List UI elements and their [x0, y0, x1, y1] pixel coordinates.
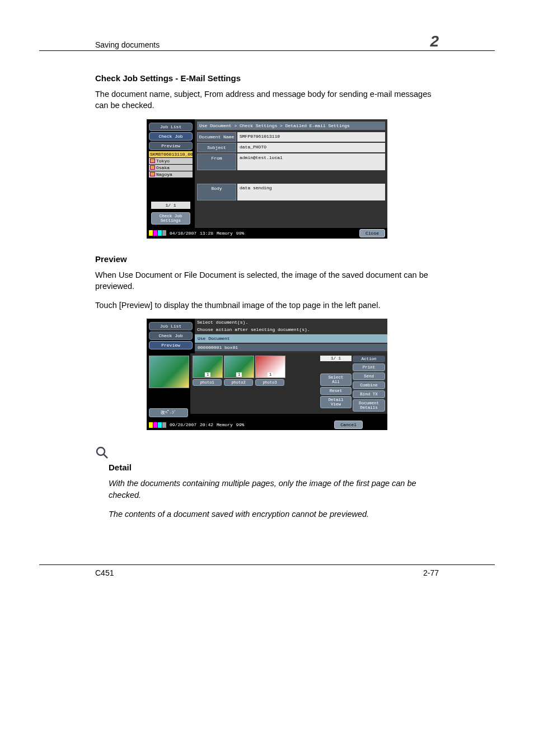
thumb-label: photo3 — [255, 379, 284, 386]
thumb-pager: 1/ 1 — [320, 356, 352, 361]
footer-mem-value: 99% — [236, 231, 244, 236]
para-email: The document name, subject, From address… — [95, 88, 439, 111]
value-docname: SMFP07061013110 — [237, 132, 385, 142]
magnifier-icon — [95, 446, 439, 461]
footer-time: 13:28 — [200, 231, 213, 236]
footer-mem-value: 99% — [236, 422, 244, 427]
folder-icon — [150, 165, 155, 170]
label-body: Body — [197, 184, 236, 200]
thumb-label: photo2 — [224, 379, 253, 386]
label-docname: Document Name — [197, 132, 236, 142]
preview-thumbnail — [149, 356, 189, 388]
dest-item[interactable]: Nagoya — [149, 171, 193, 178]
dest-item-selected[interactable]: SKMBT06013110_0001 — [149, 151, 193, 157]
doc-thumb[interactable]: 1 photo2 — [224, 356, 253, 386]
value-from: admin@test.local — [237, 153, 385, 170]
action-header: Action — [353, 356, 385, 362]
running-head: Saving documents — [95, 40, 160, 49]
label-from: From — [197, 153, 236, 170]
close-button[interactable]: Close — [359, 229, 385, 237]
screenshot-preview: Job List Check Job Preview Select docume… — [147, 319, 387, 430]
select-all-button[interactable]: Select All — [320, 374, 352, 386]
dest-item[interactable]: Tokyo — [149, 158, 193, 164]
pager: 1/ 1 — [151, 202, 190, 209]
bind-tx-button[interactable]: Bind TX — [353, 390, 385, 398]
breadcrumb: Use Document > Check Settings > Detailed… — [197, 122, 385, 130]
svg-point-0 — [97, 447, 105, 455]
instruction-line-2: Choose action after selecting document(s… — [195, 326, 387, 333]
para-preview-2: Touch [Preview] to display the thumbnail… — [95, 300, 439, 311]
thumb-label: photo1 — [193, 379, 222, 386]
footer-time: 20:42 — [200, 422, 213, 427]
tab-check-job[interactable]: Check Job — [149, 132, 193, 141]
detail-heading: Detail — [109, 463, 439, 472]
check-job-settings-button[interactable]: Check Job Settings — [151, 212, 190, 225]
footer-mem-label: Memory — [217, 422, 233, 427]
svg-line-1 — [104, 454, 107, 458]
chapter-number: 2 — [430, 34, 439, 49]
print-button[interactable]: Print — [353, 363, 385, 371]
toner-levels — [149, 230, 166, 236]
dest-item[interactable]: Osaka — [149, 165, 193, 171]
value-subject: data_PHOTO — [237, 143, 385, 152]
mode-banner: Use Document — [195, 334, 387, 343]
tab-job-list[interactable]: Job List — [149, 123, 193, 131]
section-title-email: Check Job Settings - E-Mail Settings — [95, 73, 439, 83]
detail-note-2: The contents of a document saved with en… — [109, 508, 439, 520]
folder-icon — [150, 172, 155, 176]
screenshot-email-settings: Job List Check Job Preview SKMBT06013110… — [147, 119, 387, 239]
page-change-button[interactable]: 改ﾍﾟ-ｼﾞ — [149, 408, 188, 417]
para-preview-1: When Use Document or File Document is se… — [95, 269, 439, 292]
section-title-preview: Preview — [95, 254, 439, 264]
value-body: data sending — [237, 184, 385, 200]
box-label: 000000001 box01 — [195, 344, 387, 351]
footer-date: 09/28/2007 — [170, 422, 196, 427]
doc-thumb[interactable]: 1 photo3 — [255, 356, 284, 386]
tab-preview[interactable]: Preview — [149, 341, 193, 349]
detail-view-button[interactable]: Detail View — [320, 396, 352, 408]
combine-button[interactable]: Combine — [353, 381, 385, 389]
send-button[interactable]: Send — [353, 372, 385, 380]
instruction-line-1: Select document(s). — [195, 319, 387, 326]
footer-mem-label: Memory — [217, 231, 233, 236]
doc-details-button[interactable]: Document Details — [353, 399, 385, 412]
footer-model: C451 — [95, 568, 114, 577]
tab-check-job[interactable]: Check Job — [149, 332, 193, 340]
toner-levels — [149, 422, 166, 428]
doc-thumb[interactable]: 1 photo1 — [193, 356, 222, 386]
reset-button[interactable]: Reset — [320, 387, 352, 395]
folder-icon — [150, 158, 155, 163]
detail-note-1: With the documents containing multiple p… — [109, 478, 439, 501]
footer-page: 2-77 — [423, 568, 439, 577]
footer-date: 04/10/2007 — [170, 231, 196, 236]
label-subject: Subject — [197, 143, 236, 152]
cancel-button[interactable]: Cancel — [334, 421, 363, 429]
tab-job-list[interactable]: Job List — [149, 322, 193, 330]
tab-preview[interactable]: Preview — [149, 142, 193, 150]
